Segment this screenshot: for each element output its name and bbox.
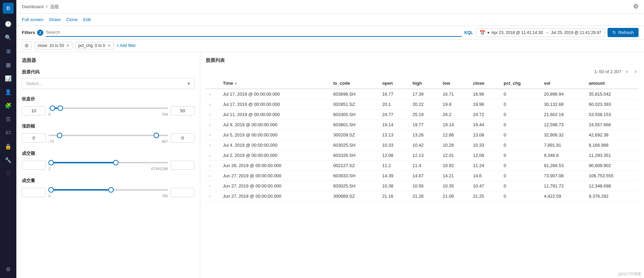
- filter-tag-pctchg-remove[interactable]: ✕: [107, 43, 111, 48]
- pct-chg-max-input[interactable]: [171, 133, 194, 143]
- row-time: Jul 5, 2019 @ 00:00:00.000: [220, 130, 330, 140]
- row-vol: 7,891.91: [540, 140, 585, 150]
- filter-search-input[interactable]: [46, 28, 462, 37]
- pct-chg-min-input[interactable]: [22, 133, 46, 143]
- nav-lock-icon[interactable]: 🔒: [2, 140, 14, 152]
- amount-min-input[interactable]: [22, 161, 46, 170]
- row-expand-button[interactable]: ›: [209, 102, 210, 107]
- row-expand-button[interactable]: ›: [209, 92, 210, 97]
- close-price-thumb-left[interactable]: [50, 105, 55, 111]
- row-pct-chg: 0: [500, 120, 540, 130]
- vol-range-row: 0 780: [22, 186, 194, 198]
- nav-search-icon[interactable]: 🔍: [2, 31, 14, 44]
- row-time: Jul 4, 2019 @ 00:00:00.000: [220, 140, 330, 150]
- nav-person-icon[interactable]: 👤: [2, 86, 14, 98]
- row-low: 19.8: [439, 99, 470, 110]
- nav-grid-icon[interactable]: ▦: [2, 59, 14, 71]
- table-title: 股票列表: [206, 58, 639, 64]
- pagination-next-button[interactable]: ›: [633, 68, 639, 75]
- kql-badge[interactable]: KQL: [465, 30, 473, 35]
- share-link[interactable]: Share: [49, 17, 61, 22]
- row-open: 14.39: [379, 171, 409, 181]
- row-pct-chg: 0: [500, 171, 540, 181]
- nav-clock-icon[interactable]: 🕐: [2, 18, 14, 30]
- pct-chg-thumb-right[interactable]: [154, 133, 159, 138]
- row-ts-code: 002851.SZ: [330, 99, 379, 110]
- row-time: Jul 2, 2019 @ 00:00:00.000: [220, 150, 330, 161]
- vol-max-input[interactable]: [171, 188, 194, 197]
- close-price-thumb-right[interactable]: [58, 105, 63, 111]
- nav-tag-icon[interactable]: 🏷: [2, 127, 14, 139]
- row-ts-code: 300669.SZ: [330, 191, 379, 201]
- breadcrumb-sep: /: [46, 4, 48, 9]
- refresh-button[interactable]: ↻ Refresh: [608, 28, 639, 37]
- nav-list-icon[interactable]: ☰: [2, 113, 14, 125]
- filter-search-wrap: [46, 28, 462, 37]
- nav-tool-icon[interactable]: 🔧: [2, 154, 14, 166]
- stock-code-label: 股票代码: [22, 69, 194, 75]
- row-ts-code: 603933.SH: [330, 171, 379, 181]
- row-expand-button[interactable]: ›: [209, 194, 210, 199]
- amount-thumb-right[interactable]: [113, 160, 119, 165]
- close-price-track: [48, 108, 168, 109]
- stock-code-dropdown[interactable]: Select... ▾: [22, 78, 194, 89]
- close-price-slider-max: 789: [162, 112, 168, 116]
- add-filter-button[interactable]: + Add filter: [116, 43, 136, 48]
- clone-link[interactable]: Clone: [66, 17, 78, 22]
- nav-chart-icon[interactable]: 📊: [2, 72, 14, 84]
- col-time[interactable]: Time ▾: [220, 78, 330, 89]
- full-screen-link[interactable]: Full screen: [22, 17, 44, 22]
- row-expand-button[interactable]: ›: [209, 122, 210, 127]
- pagination-prev-button[interactable]: ‹: [624, 68, 630, 75]
- vol-slider[interactable]: [48, 186, 168, 193]
- pct-chg-slider-max: 987: [162, 140, 168, 144]
- top-header: Dashboard / 选股 ⚙: [16, 0, 644, 14]
- row-expand-button[interactable]: ›: [209, 112, 210, 117]
- amount-slider[interactable]: [48, 159, 168, 166]
- table-row: › Jul 2, 2019 @ 00:00:00.000 603326.SH 1…: [206, 150, 639, 161]
- nav-dashboard-icon[interactable]: ⊞: [2, 45, 14, 57]
- close-price-max-input[interactable]: [171, 106, 194, 115]
- nav-gear-icon[interactable]: ⚙: [2, 263, 14, 275]
- vol-thumb-right[interactable]: [108, 187, 114, 193]
- close-price-min-input[interactable]: [22, 106, 46, 115]
- close-price-slider[interactable]: [48, 105, 168, 112]
- sidebar-nav: D 🕐 🔍 ⊞ ▦ 📊 👤 🧩 ☰ 🏷 🔒 🔧 ♡ ⚙: [0, 0, 16, 278]
- nav-heart-icon[interactable]: ♡: [2, 167, 14, 180]
- pct-chg-section: 涨跌幅 -73 987: [22, 123, 194, 144]
- table-row: › Jul 11, 2019 @ 00:00:00.000 603305.SH …: [206, 110, 639, 120]
- row-expand-button[interactable]: ›: [209, 174, 210, 178]
- pct-chg-thumb-left[interactable]: [57, 133, 62, 138]
- filter-tag-close-remove[interactable]: ✕: [66, 43, 69, 48]
- row-vol: 73,907.08: [540, 171, 585, 181]
- row-expand-button[interactable]: ›: [209, 153, 210, 158]
- row-open: 13.13: [379, 130, 409, 140]
- row-low: 21.06: [439, 191, 470, 201]
- amount-labels: 2 67941288: [48, 167, 168, 171]
- table-pagination: 1–50 of 2,307 ‹ ›: [206, 68, 639, 75]
- row-expand-button[interactable]: ›: [209, 133, 210, 137]
- row-open: 10.33: [379, 140, 409, 150]
- col-ts-code: ts_code: [330, 78, 379, 89]
- settings-icon[interactable]: ⚙: [633, 3, 639, 10]
- amount-max-input[interactable]: [171, 161, 194, 170]
- right-panel: 股票列表 1–50 of 2,307 ‹ › Time ▾ ts_code op…: [200, 52, 644, 278]
- vol-thumb-left[interactable]: [48, 187, 54, 193]
- row-expand-button[interactable]: ›: [209, 184, 210, 189]
- amount-label: 成交额: [22, 150, 194, 157]
- filter-right: 📅 ▾ Apr 23, 2018 @ 11:41:14.30 → Jul 25,…: [476, 28, 639, 37]
- breadcrumb-home[interactable]: Dashboard: [22, 4, 44, 9]
- row-low: 10.92: [439, 161, 470, 171]
- date-range-button[interactable]: 📅 ▾ Apr 23, 2018 @ 11:41:14.30 → Jul 25,…: [476, 28, 605, 37]
- row-amount: 106,753.555: [585, 171, 639, 181]
- row-expand-button[interactable]: ›: [209, 163, 210, 168]
- pct-chg-slider[interactable]: [48, 132, 168, 139]
- amount-thumb-left[interactable]: [48, 160, 54, 165]
- filter-gear-button[interactable]: ⚙: [22, 42, 32, 50]
- nav-puzzle-icon[interactable]: 🧩: [2, 99, 14, 112]
- stock-code-section: 股票代码 Select... ▾: [22, 69, 194, 89]
- edit-link[interactable]: Edit: [83, 17, 91, 22]
- vol-min-input[interactable]: [22, 188, 46, 197]
- row-ts-code: 603898.SH: [330, 89, 379, 99]
- row-expand-button[interactable]: ›: [209, 143, 210, 148]
